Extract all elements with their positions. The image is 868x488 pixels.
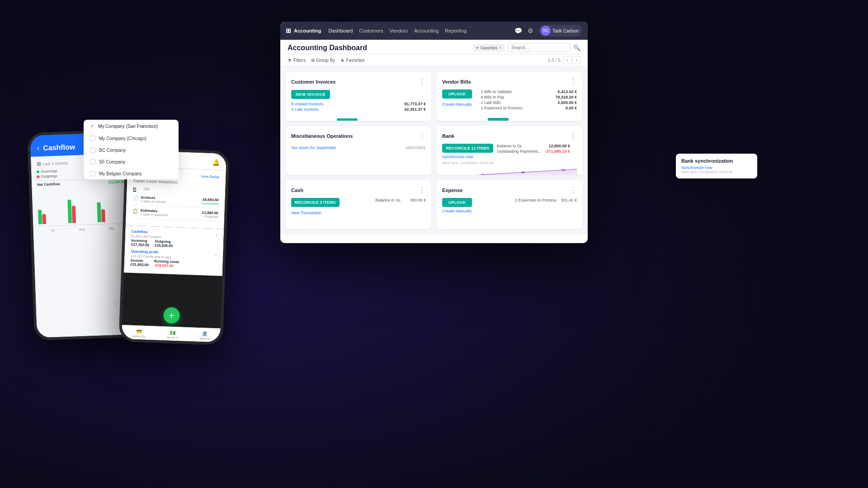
cashflow-metric: Cashflow › £1.5% Last 3 months Incoming … bbox=[131, 230, 217, 250]
checkbox-2[interactable] bbox=[90, 147, 95, 153]
grid-icon: ⊞ bbox=[286, 27, 291, 34]
dropdown-item-2[interactable]: BC Company bbox=[84, 144, 179, 156]
tooltip-title: Bank synchronization bbox=[681, 158, 752, 164]
back-arrow-icon[interactable]: ‹ bbox=[37, 143, 40, 153]
topbar-nav: Dashboard Customers Vendors Accounting R… bbox=[329, 27, 507, 34]
invoice-icon: 📄 bbox=[133, 195, 138, 200]
checkbox-4[interactable] bbox=[90, 171, 95, 176]
nav-customers[interactable]: Customers bbox=[359, 27, 383, 34]
todo-invoices: 📄 Invoices 3 open or overdue £8,594.50 O… bbox=[132, 195, 219, 209]
metrics-section: Cashflow › £1.5% Last 3 months Incoming … bbox=[124, 225, 224, 276]
tax-return-label[interactable]: Tax return for September bbox=[291, 145, 336, 150]
search-area: ✦ Favorites ✕ 🔍 bbox=[473, 43, 580, 52]
favorites-filter-button[interactable]: ★ Favorites bbox=[340, 58, 364, 63]
next-page-button[interactable]: › bbox=[572, 56, 580, 64]
checkbox-1[interactable] bbox=[90, 136, 95, 141]
bank-sparkline bbox=[442, 167, 577, 175]
sync-now-link[interactable]: Synchronize now bbox=[442, 155, 493, 159]
svg-point-1 bbox=[521, 171, 524, 173]
bills-to-validate[interactable]: 2 Bills to Validate bbox=[481, 89, 512, 94]
nav-dashboard[interactable]: Dashboard bbox=[329, 27, 353, 34]
nav-vendors[interactable]: Vendors bbox=[390, 27, 408, 34]
bills-to-pay[interactable]: 8 Bills to Pay bbox=[481, 95, 505, 99]
unpaid-label[interactable]: 8 Unpaid Invoices bbox=[291, 102, 324, 106]
checkbox-3[interactable] bbox=[90, 159, 95, 164]
search-input[interactable] bbox=[507, 43, 571, 52]
late-label[interactable]: 3 Late Invoices bbox=[291, 107, 319, 112]
dropdown-item-0[interactable]: ✓ My Company (San Francisco) bbox=[84, 120, 179, 132]
customer-invoices-card: Customer Invoices ⋮ NEW INVOICE 8 Unpaid… bbox=[286, 72, 431, 121]
filter-controls: ▼ Filters ⊞ Group By ★ Favorites bbox=[288, 58, 365, 63]
bank-sync-date: Next sync: 11/18/2022 15:53:28 bbox=[442, 161, 493, 165]
expenses-val: 301.42 € bbox=[561, 198, 577, 202]
bell-icon[interactable]: 🔔 bbox=[212, 159, 220, 166]
tooltip-sync-date: Next sync: 11/18/2022 15:53:28 bbox=[681, 170, 752, 174]
check-icon: ✓ bbox=[90, 123, 94, 129]
unpaid-val: 81,773.37 € bbox=[404, 102, 426, 106]
expense-title: Expense bbox=[442, 188, 462, 193]
dashboard-grid: Customer Invoices ⋮ NEW INVOICE 8 Unpaid… bbox=[280, 66, 588, 235]
invoice-stats: 8 Unpaid Invoices 81,773.37 € 3 Late Inv… bbox=[291, 102, 426, 112]
new-transaction-link[interactable]: New Transaction bbox=[291, 211, 340, 215]
misc-menu[interactable]: ⋮ bbox=[419, 131, 426, 140]
topbar-right: 💬 ⚙ TC Tarik Carlson bbox=[514, 25, 582, 37]
dropdown-item-4[interactable]: My Belgian Company bbox=[84, 168, 179, 179]
desktop-window: ⊞ Accounting Dashboard Customers Vendors… bbox=[280, 22, 588, 243]
fab-add[interactable]: + bbox=[163, 307, 180, 324]
create-expense-manually-link[interactable]: Create Manually bbox=[442, 209, 472, 213]
chart-labels: Jul Aug Sep bbox=[39, 226, 127, 233]
vendor-bills-title: Vendor Bills bbox=[442, 79, 471, 84]
settings-icon[interactable]: ⚙ bbox=[528, 27, 533, 34]
search-button[interactable]: 🔍 bbox=[573, 44, 580, 51]
user-badge[interactable]: TC Tarik Carlson bbox=[539, 25, 582, 37]
user-name: Tarik Carlson bbox=[552, 28, 579, 33]
nav-reporting[interactable]: Reporting bbox=[445, 27, 467, 34]
group-by-button[interactable]: ⊞ Group By bbox=[311, 58, 335, 63]
create-manually-link[interactable]: Create Manually bbox=[442, 102, 472, 107]
filter-icon: ▼ bbox=[288, 58, 292, 63]
cash-title: Cash bbox=[291, 188, 303, 193]
view-radar-link[interactable]: View Radar bbox=[201, 174, 220, 178]
vendor-stats: 2 Bills to Validate 5,413.52 € 8 Bills t… bbox=[481, 89, 577, 111]
todo-desc: Explain 3 bank transactions bbox=[133, 179, 219, 186]
dropdown-item-1[interactable]: My Company (Chicago) bbox=[84, 132, 179, 144]
filters-button[interactable]: ▼ Filters bbox=[288, 58, 306, 63]
customer-invoices-chart: Due 28 Aug This Wk 11-17 18-24 bbox=[291, 115, 426, 121]
tab-out[interactable]: Out bbox=[143, 187, 149, 192]
cashflow-bar-chart bbox=[37, 188, 126, 227]
nav-accounting[interactable]: Accounting bbox=[414, 27, 439, 34]
expense-menu[interactable]: ⋮ bbox=[570, 186, 577, 194]
upload-expense-button[interactable]: UPLOAD bbox=[442, 198, 472, 207]
misc-content: Tax return for September 10/07/2022 bbox=[291, 144, 426, 152]
tooltip-sync-link[interactable]: Synchronize now bbox=[681, 165, 752, 170]
remove-favorites-icon[interactable]: ✕ bbox=[499, 46, 502, 50]
cash-menu[interactable]: ⋮ bbox=[419, 186, 426, 194]
user-avatar: TC bbox=[541, 26, 551, 36]
cash-balance-val: 300.00 € bbox=[410, 198, 426, 202]
app-name: Accounting bbox=[294, 28, 321, 33]
page-title: Accounting Dashboard bbox=[288, 44, 367, 52]
todo-tabs: In Out bbox=[133, 187, 219, 195]
reconcile-bank-button[interactable]: RECONCILE 11 ITEMS bbox=[442, 144, 493, 153]
expenses-to-process[interactable]: 1 Expenses to Process bbox=[481, 106, 523, 110]
reconcile-cash-button[interactable]: RECONCILE 3 ITEMS bbox=[291, 198, 340, 207]
upload-button[interactable]: UPLOAD bbox=[442, 89, 472, 99]
svg-point-0 bbox=[481, 174, 484, 175]
late-bills[interactable]: 2 Late Bills bbox=[481, 100, 501, 105]
pnav-money-in[interactable]: 💵 Money In bbox=[167, 330, 178, 339]
bank-menu[interactable]: ⋮ bbox=[570, 131, 577, 140]
tab-in[interactable]: In bbox=[133, 187, 136, 192]
prev-page-button[interactable]: ‹ bbox=[563, 56, 571, 64]
company-dropdown[interactable]: ✓ My Company (San Francisco) My Company … bbox=[84, 120, 179, 179]
bank-card: Bank ⋮ RECONCILE 11 ITEMS Synchronize no… bbox=[437, 126, 582, 175]
customer-invoices-menu[interactable]: ⋮ bbox=[419, 77, 426, 86]
pnav-banking[interactable]: 🏦 Banking bbox=[199, 331, 209, 340]
misc-title: Miscellaneous Operations bbox=[291, 133, 353, 139]
dropdown-item-3[interactable]: SF Company bbox=[84, 156, 179, 168]
favorites-badge[interactable]: ✦ Favorites ✕ bbox=[473, 44, 505, 52]
new-invoice-button[interactable]: NEW INVOICE bbox=[291, 90, 330, 99]
bank-sync-tooltip: Bank synchronization Synchronize now Nex… bbox=[676, 154, 757, 178]
pnav-money-out[interactable]: 💳 Money Out bbox=[132, 328, 146, 338]
vendor-bills-menu[interactable]: ⋮ bbox=[570, 77, 577, 86]
chat-icon[interactable]: 💬 bbox=[514, 27, 522, 34]
